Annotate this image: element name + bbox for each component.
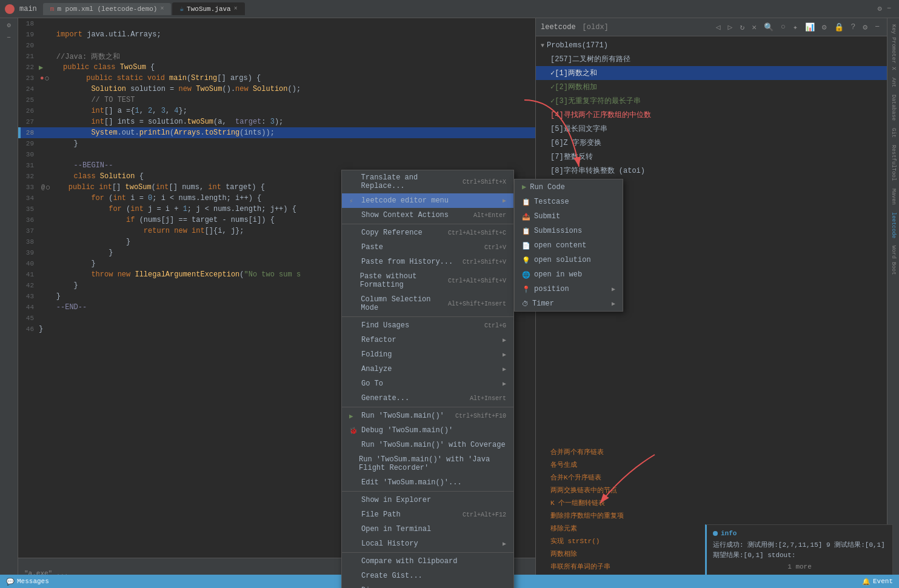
problem-item-257[interactable]: [257]二叉树的所有路径 [536,52,887,66]
menu-column-mode[interactable]: Column Selection Mode Alt+Shift+Insert [342,292,513,315]
sidebar-maven[interactable]: Maven [891,189,897,205]
toolbar-refresh-icon[interactable]: ↻ [737,21,747,33]
sidebar-key-promoter[interactable]: Key Promoter X [891,24,897,70]
panel-settings-icon[interactable]: ⚙ [860,21,870,33]
toolbar-settings-icon[interactable]: ⚙ [820,21,829,33]
submenu-submissions[interactable]: 📋 Submissions [515,224,623,238]
panel-toolbar: ◁ ▷ ↻ ✕ 🔍 ○ ✦ 📊 ⚙ 🔒 ? ⚙ − [714,21,882,33]
menu-folding[interactable]: Folding ▶ [342,347,513,362]
messages-icon: 💬 [6,578,15,586]
menu-paste-history[interactable]: Paste from History... Ctrl+Shift+V [342,255,513,269]
sidebar-ant[interactable]: Ant [891,78,897,87]
menu-context-actions[interactable]: Show Context Actions Alt+Enter [342,208,513,222]
menu-run-recorder[interactable]: Run 'TwoSum.main()' with 'Java Flight Re… [342,452,513,475]
panel-minimize-icon[interactable]: − [872,21,882,33]
menu-run-recorder-label: Run 'TwoSum.main()' with 'Java Flight Re… [359,455,506,472]
menu-compare-clipboard[interactable]: Compare with Clipboard [342,554,513,569]
menu-divider-1 [342,224,513,224]
line-24: 24 Solution solution = new TwoSum().new … [18,84,535,95]
leetcode-icon: ⚡ [349,197,358,205]
problem-item-5[interactable]: [5]最长回文字串 [536,122,887,136]
problem-swap-nodes[interactable]: 两两交换链表中的节点 [550,484,872,496]
problem-item-4[interactable]: [4]寻找两个正序数组的中位数 [536,108,887,122]
menu-run-coverage[interactable]: Run 'TwoSum.main()' with Coverage [342,438,513,452]
menu-goto-label: Go To [361,379,383,388]
sidebar-git[interactable]: Git [891,128,897,138]
menu-copy-ref[interactable]: Copy Reference Ctrl+Alt+Shift+C [342,226,513,240]
problem-k-linked[interactable]: 合并K个升序链表 [550,471,872,484]
menu-edit-label: Edit 'TwoSum.main()'... [361,478,462,487]
menu-open-terminal[interactable]: Open in Terminal [342,522,513,536]
menu-show-explorer[interactable]: Show in Explorer [342,493,513,507]
toolbar-cross-icon[interactable]: ✕ [749,21,759,33]
submenu-testcase-label: Testcase [534,198,569,206]
sidebar-restful[interactable]: RestfulTool [891,145,897,181]
debug-icon: 🐞 [349,427,358,435]
problem-rotate-list[interactable]: K 个一组翻转链表 [550,496,872,509]
menu-file-path[interactable]: File Path Ctrl+Alt+F12 [342,507,513,522]
problem-item-2[interactable]: ✓[2]网数相加 [536,80,887,94]
menu-refactor[interactable]: Refactor ▶ [342,333,513,347]
settings-icon[interactable]: ⚙ [878,4,882,13]
toolbar-circle-icon[interactable]: ○ [778,21,788,33]
menu-diagrams[interactable]: Diagrams ▶ [342,583,513,588]
minus-gutter-icon[interactable]: − [7,34,11,41]
submenu-open-solution-label: open solution [534,256,591,264]
problem-item-8[interactable]: [8]字符串转换整数 (atoi) [536,164,887,178]
problem-remove-dup[interactable]: 删除排序数组中的重复项 [550,509,872,522]
menu-goto[interactable]: Go To ▶ [342,376,513,391]
settings-gutter-icon[interactable]: ⚙ [7,21,11,29]
problem-item-3[interactable]: ✓[3]无重复字符的最长子串 [536,94,887,108]
sidebar-leetcode[interactable]: leetcode [891,212,897,238]
menu-leetcode-editor[interactable]: ⚡ leetcode editor menu ▶ [342,193,513,208]
submenu-open-solution[interactable]: 💡 open solution [515,253,623,267]
sidebar-database[interactable]: Database [891,95,897,121]
submenu-run-code[interactable]: ▶ Run Code [515,179,623,195]
toolbar-back-icon[interactable]: ◁ [714,21,723,33]
menu-paste-no-format[interactable]: Paste without Formatting Ctrl+Alt+Shift+… [342,269,513,292]
menu-create-gist[interactable]: Create Gist... [342,569,513,583]
info-more[interactable]: 1 more [713,563,886,570]
menu-find-usages[interactable]: Find Usages Ctrl+G [342,318,513,333]
submenu-position[interactable]: 📍 position ▶ [515,282,623,296]
problem-item-7[interactable]: [7]整数反转 [536,150,887,164]
menu-analyze[interactable]: Analyze ▶ [342,362,513,376]
minimize-icon[interactable]: − [887,4,891,13]
menu-generate[interactable]: Generate... Alt+Insert [342,391,513,406]
submenu-open-web[interactable]: 🌐 open in web [515,267,623,282]
toolbar-chart-icon[interactable]: 📊 [803,21,817,33]
menu-debug[interactable]: 🐞 Debug 'TwoSum.main()' [342,423,513,438]
problem-item-1[interactable]: ✓[1]两数之和 [536,66,887,80]
status-messages[interactable]: 💬 Messages [6,578,49,586]
toolbar-search-icon[interactable]: 🔍 [761,21,776,33]
tab-twosum-close[interactable]: × [234,5,238,12]
toolbar-lock-icon[interactable]: 🔒 [832,21,846,33]
line-23: 23 ● ◯ public static void main(String[] … [18,73,535,84]
problem-num-gen[interactable]: 各号生成 [550,458,872,471]
menu-paste[interactable]: Paste Ctrl+V [342,240,513,255]
tab-twosum[interactable]: ☕ TwoSum.java × [172,2,244,15]
submenu-submit[interactable]: 📤 Submit [515,209,623,224]
tab-twosum-label: TwoSum.java [187,5,231,13]
paste-shortcut: Ctrl+V [484,244,506,251]
submenu-timer[interactable]: ⏱ Timer ▶ [515,296,623,311]
tab-pom-close[interactable]: × [160,5,164,12]
tab-pom[interactable]: m m pom.xml (leetcode-demo) × [43,3,172,15]
problem-merge-linked[interactable]: 合并两个有序链表 [550,446,872,458]
toolbar-help-icon[interactable]: ? [849,21,858,33]
find-usages-shortcut: Ctrl+G [484,322,506,329]
submissions-icon: 📋 [522,227,530,235]
menu-edit[interactable]: Edit 'TwoSum.main()'... [342,475,513,490]
submenu-testcase[interactable]: 📋 Testcase [515,195,623,209]
menu-run[interactable]: ▶ Run 'TwoSum.main()' Ctrl+Shift+F10 [342,409,513,423]
menu-local-history[interactable]: Local History ▶ [342,536,513,551]
status-event[interactable]: 🔔 Event [862,578,893,586]
submenu-open-content[interactable]: 📄 open content [515,238,623,253]
info-header: info [713,530,886,537]
problem-item-6[interactable]: [6]Z 字形变换 [536,136,887,150]
folding-arrow: ▶ [503,351,506,358]
toolbar-star-icon[interactable]: ✦ [790,21,800,33]
menu-translate[interactable]: Translate and Replace... Ctrl+Shift+X [342,170,513,193]
toolbar-forward-icon[interactable]: ▷ [726,21,735,33]
sidebar-word-boot[interactable]: Word Boot [891,246,897,275]
